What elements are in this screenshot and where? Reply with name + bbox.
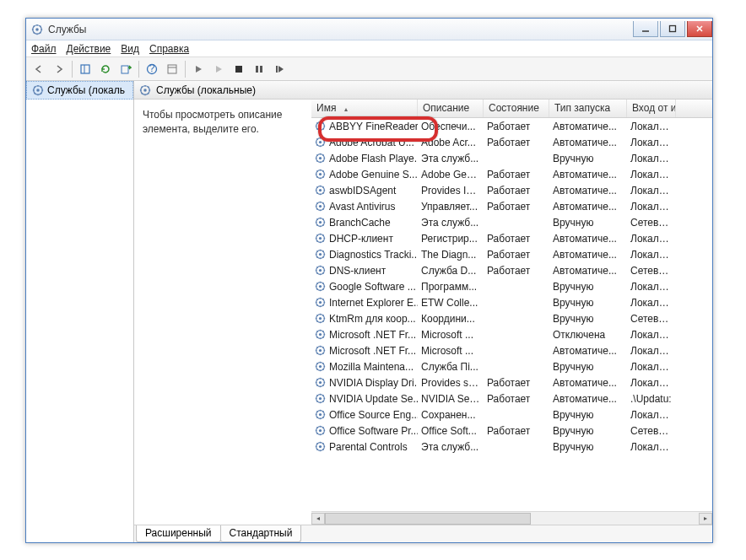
cell-logon: Локальна [627,441,676,453]
service-row[interactable]: aswbIDSAgentProvides Id...РаботаетАвтома… [311,182,712,198]
nav-back-button[interactable] [30,60,48,78]
service-row[interactable]: Mozilla Maintena...Служба Пі...ВручнуюЛо… [311,358,712,374]
service-row[interactable]: Office Source Eng...Сохранен...ВручнуюЛо… [311,407,712,423]
column-header-state[interactable]: Состояние [484,100,549,117]
details-row: Чтобы просмотреть описание элемента, выд… [134,100,712,525]
help-button[interactable]: ? [143,60,161,78]
horizontal-scrollbar: ◂ ▸ [311,511,712,525]
refresh-button[interactable] [96,60,115,78]
toolbar-separator [185,61,186,78]
scroll-track[interactable] [325,513,699,525]
cell-description: Эта служб... [418,441,484,453]
cell-logon: Локальна [627,297,676,309]
cell-description: Сохранен... [418,409,484,421]
pause-service-button[interactable] [250,60,268,78]
cell-description: NVIDIA Set... [418,393,484,405]
service-row[interactable]: Google Software ...Программ...ВручнуюЛок… [311,278,712,294]
gear-icon [315,217,326,228]
cell-logon: Локальна [627,345,676,357]
service-row[interactable]: Adobe Genuine S...Adobe Gen...РаботаетАв… [311,166,712,182]
properties-button[interactable] [163,60,181,78]
close-button[interactable] [687,21,712,37]
gear-icon [315,297,326,308]
column-header-name[interactable]: Имя▴ [311,100,418,117]
tab-extended[interactable]: Расширенный [136,525,221,542]
maximize-button[interactable] [660,21,685,37]
cell-startup: Автоматиче... [549,169,627,180]
cell-logon: Локальна [627,185,676,197]
scroll-right-button[interactable]: ▸ [699,513,712,525]
gear-icon [315,265,326,276]
service-row[interactable]: Microsoft .NET Fr...Microsoft ...Автомат… [311,342,712,358]
menu-file[interactable]: Файл [31,43,57,55]
content-header-title: Службы (локальные) [156,84,256,96]
column-header-description[interactable]: Описание [418,100,484,117]
tree-root-label: Службы (локаль [47,84,125,96]
export-button[interactable] [116,60,135,78]
cell-name: Avast Antivirus [311,201,418,213]
title-bar: Службы [26,19,712,40]
service-row[interactable]: Adobe Flash Playe...Эта служб...ВручнуюЛ… [311,150,712,166]
service-row[interactable]: Microsoft .NET Fr...Microsoft ...Отключе… [311,326,712,342]
restart-service-button[interactable] [270,60,289,78]
cell-logon: Локальна [627,137,676,148]
service-row[interactable]: Diagnostics Tracki...The Diagn...Работае… [311,246,712,262]
scroll-thumb[interactable] [325,513,531,525]
gear-icon [315,121,326,132]
service-row[interactable]: DNS-клиентСлужба D...РаботаетАвтоматиче.… [311,262,712,278]
service-row[interactable]: DHCP-клиентРегистрир...РаботаетАвтоматич… [311,230,712,246]
grid-body[interactable]: ABBYY FineReader...Обеспечи...РаботаетАв… [311,118,712,511]
svg-rect-21 [235,66,242,73]
cell-name: Google Software ... [311,281,418,293]
cell-name: KtmRm для коор... [311,313,418,325]
column-headers: Имя▴ Описание Состояние Тип запуска Вход… [311,100,712,118]
cell-logon: Локальна [627,377,676,389]
service-row[interactable]: Avast AntivirusУправляет...РаботаетАвтом… [311,198,712,214]
cell-name: Office Source Eng... [311,409,418,421]
column-header-logon[interactable]: Вход от и [627,100,676,117]
minimize-button[interactable] [633,21,658,37]
nav-forward-button[interactable] [50,60,68,78]
tab-standard[interactable]: Стандартный [220,525,302,542]
cell-logon: Локальна [627,249,676,261]
start-service-button[interactable] [189,60,208,78]
service-row[interactable]: Office Software Pr...Office Soft...Работ… [311,423,712,439]
cell-logon: Сетевая с [627,217,676,229]
cell-startup: Вручную [549,217,627,229]
svg-text:?: ? [149,63,155,74]
gear-icon [315,153,326,164]
service-row[interactable]: NVIDIA Display Dri...Provides sy...Работ… [311,374,712,390]
service-row[interactable]: BranchCacheЭта служб...ВручнуюСетевая с [311,214,712,230]
tree-root-services[interactable]: Службы (локаль [26,81,133,100]
cell-description: Эта служб... [418,153,484,164]
menu-action[interactable]: Действие [67,43,111,55]
cell-description: Эта служб... [418,217,484,229]
cell-name: Diagnostics Tracki... [311,249,418,261]
service-row[interactable]: KtmRm для коор...Координи...ВручнуюСетев… [311,310,712,326]
service-row[interactable]: ABBYY FineReader...Обеспечи...РаботаетАв… [311,118,712,134]
body-area: Службы (локаль Службы (локальные) Чтобы … [26,81,712,542]
service-row[interactable]: Adobe Acrobat U...Adobe Acr...РаботаетАв… [311,134,712,150]
gear-icon [315,409,326,420]
description-panel: Чтобы просмотреть описание элемента, выд… [134,100,311,525]
cell-startup: Автоматиче... [549,121,627,132]
stop-service-button[interactable] [230,60,248,78]
svg-rect-19 [168,65,176,73]
service-row[interactable]: Internet Explorer E...ETW Colle...Вручну… [311,294,712,310]
menu-help[interactable]: Справка [149,43,189,55]
menu-view[interactable]: Вид [121,43,139,55]
cell-name: Adobe Acrobat U... [311,137,418,148]
column-header-startup[interactable]: Тип запуска [549,100,627,117]
scroll-left-button[interactable]: ◂ [311,513,325,525]
content-panel: Службы (локальные) Чтобы просмотреть опи… [134,81,712,542]
description-text: Чтобы просмотреть описание элемента, выд… [143,109,282,135]
gear-icon [315,169,326,180]
cell-logon: Локальна [627,281,676,293]
cell-name: DNS-клиент [311,265,418,277]
start-service-alt-button[interactable] [209,60,228,78]
cell-description: ETW Colle... [418,297,484,309]
service-row[interactable]: Parental ControlsЭта служб...ВручнуюЛока… [311,439,712,455]
cell-description: Служба Пі... [418,361,484,373]
show-hide-tree-button[interactable] [76,60,95,78]
service-row[interactable]: NVIDIA Update Se...NVIDIA Set...Работает… [311,390,712,407]
